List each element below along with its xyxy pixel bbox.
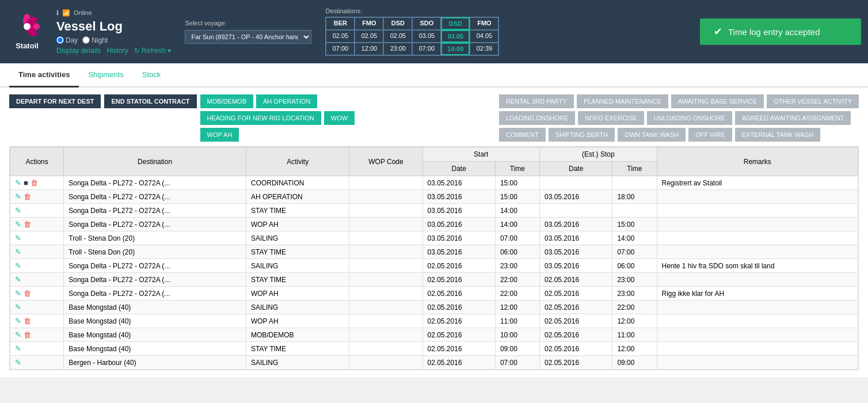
edit-icon[interactable]: ✎ xyxy=(15,220,21,229)
cell-start-date-7: 02.05.2016 xyxy=(422,273,495,287)
cell-start-date-9: 02.05.2016 xyxy=(422,301,495,314)
cell-destination-13: Bergen - Harbour (40) xyxy=(64,356,246,370)
cell-activity-0: COORDINATION xyxy=(246,176,349,190)
col-start-date: Date xyxy=(422,162,495,176)
nofo-exercise-button[interactable]: NOFO EXERCISE xyxy=(578,111,644,125)
tab-stock[interactable]: Stock xyxy=(133,63,170,88)
tab-time-activities[interactable]: Time activities xyxy=(9,63,79,88)
night-radio[interactable] xyxy=(82,36,90,44)
tab-shipments[interactable]: Shipments xyxy=(79,63,132,88)
statoil-logo-icon xyxy=(14,14,40,39)
cell-stop-time-6: 06:00 xyxy=(612,259,657,273)
agreed-awaiting-button[interactable]: AGREED AWAITING ASSIGNMENT xyxy=(735,111,851,125)
edit-icon[interactable]: ✎ xyxy=(15,261,21,270)
end-contract-button[interactable]: END STATOIL CONTRACT xyxy=(104,94,196,108)
voyage-select[interactable]: Far Sun (89271 - OP - 40 Anchor handli xyxy=(185,30,311,44)
delete-icon[interactable]: 🗑 xyxy=(24,220,31,229)
cell-stop-date-5: 03.05.2016 xyxy=(540,245,612,259)
col-stop-time: Time xyxy=(612,162,657,176)
ah-operation-button[interactable]: AH OPERATION xyxy=(256,94,317,108)
table-row: ✎Base Mongstad (40)STAY TIME02.05.201609… xyxy=(10,342,858,356)
edit-icon[interactable]: ✎ xyxy=(15,289,21,298)
edit-icon[interactable]: ✎ xyxy=(15,234,21,242)
cell-wop-10 xyxy=(349,314,422,328)
depart-button[interactable]: DEPART FOR NEXT DEST xyxy=(9,94,101,108)
heading-button[interactable]: HEADING FOR NEW RIG LOCATION xyxy=(200,111,321,125)
cell-start-date-3: 03.05.2016 xyxy=(422,218,495,231)
notification-text: Time log entry accepted xyxy=(728,27,820,37)
planned-maintenance-button[interactable]: PLANNED MAINTENANCE xyxy=(577,94,668,108)
edit-icon[interactable]: ✎ xyxy=(15,275,21,284)
history-link[interactable]: History xyxy=(106,47,128,55)
loading-onshore-button[interactable]: LOADING ONSHORE xyxy=(499,111,575,125)
cell-activity-13: SAILING xyxy=(246,356,349,370)
rental-3rd-button[interactable]: RENTAL 3RD PARTY xyxy=(499,94,574,108)
cell-remarks-10 xyxy=(657,314,858,328)
edit-icon[interactable]: ✎ xyxy=(15,303,21,311)
day-radio[interactable] xyxy=(56,36,64,44)
night-radio-label[interactable]: Night xyxy=(82,36,108,44)
edit-icon[interactable]: ✎ xyxy=(15,344,21,353)
delete-icon[interactable]: 🗑 xyxy=(24,192,31,201)
cell-actions-13: ✎ xyxy=(10,356,64,370)
edit-icon[interactable]: ✎ xyxy=(15,330,21,339)
other-vessel-button[interactable]: OTHER VESSEL ACTIVITY xyxy=(767,94,859,108)
cell-start-date-1: 03.05.2016 xyxy=(422,190,495,204)
mob-demob-button[interactable]: MOB/DEMOB xyxy=(200,94,253,108)
unloading-onshore-button[interactable]: UNLOADING ONSHORE xyxy=(647,111,732,125)
tabs-bar: Time activities Shipments Stock xyxy=(0,63,868,88)
own-tank-wash-button[interactable]: OWN TANK WASH xyxy=(618,128,686,142)
cell-start-date-10: 02.05.2016 xyxy=(422,314,495,328)
cell-destination-1: Songa Delta - PL272 - O272A (... xyxy=(64,190,246,204)
edit-icon[interactable]: ✎ xyxy=(15,317,21,325)
cell-actions-1: ✎🗑 xyxy=(10,190,64,204)
cell-activity-8: WOP AH xyxy=(246,287,349,301)
off-hire-button[interactable]: OFF HIRE xyxy=(688,128,732,142)
cell-remarks-6: Hente 1 hiv fra SDO som skal til land xyxy=(657,259,858,273)
awaiting-base-button[interactable]: AWAITING BASE SERVICE xyxy=(671,94,764,108)
external-tank-wash-button[interactable]: EXTERNAL TANK WASH xyxy=(735,128,821,142)
cell-remarks-13 xyxy=(657,356,858,370)
day-night-toggle[interactable]: Day Night xyxy=(56,36,171,44)
voyage-section: Select voyage: Far Sun (89271 - OP - 40 … xyxy=(185,20,311,44)
cell-wop-12 xyxy=(349,342,422,356)
save-icon[interactable]: ■ xyxy=(24,178,28,187)
delete-icon[interactable]: 🗑 xyxy=(24,317,31,325)
night-label: Night xyxy=(92,36,108,44)
cell-destination-5: Troll - Stena Don (20) xyxy=(64,245,246,259)
comment-button[interactable]: COMMENT xyxy=(499,128,546,142)
dest-time-5: 02:39 xyxy=(470,43,498,55)
delete-icon[interactable]: 🗑 xyxy=(31,178,38,187)
refresh-link[interactable]: ↻ Refresh ▾ xyxy=(134,47,172,55)
cell-start-date-0: 03.05.2016 xyxy=(422,176,495,190)
edit-icon[interactable]: ✎ xyxy=(15,248,21,256)
table-row: ✎Troll - Stena Don (20)STAY TIME03.05.20… xyxy=(10,245,858,259)
day-radio-label[interactable]: Day xyxy=(56,36,78,44)
voyage-label: Select voyage: xyxy=(185,20,311,26)
shifting-berth-button[interactable]: SHIFTING BERTH xyxy=(549,128,615,142)
signal-icon: 📶 xyxy=(62,9,70,17)
logo-text: Statoil xyxy=(16,41,39,50)
wow-button[interactable]: WOW xyxy=(324,111,355,125)
delete-icon[interactable]: 🗑 xyxy=(24,289,31,298)
dest-header-0: BER xyxy=(326,17,355,30)
table-row: ✎Base Mongstad (40)SAILING02.05.201612:0… xyxy=(10,301,858,314)
cell-stop-date-13: 02.05.2016 xyxy=(540,356,612,370)
cell-activity-12: STAY TIME xyxy=(246,342,349,356)
display-details-link[interactable]: Display details xyxy=(56,47,101,55)
table-row: ✎Bergen - Harbour (40)SAILING02.05.20160… xyxy=(10,356,858,370)
edit-icon[interactable]: ✎ xyxy=(15,178,21,187)
cell-destination-4: Troll - Stena Don (20) xyxy=(64,231,246,245)
wop-ah-button[interactable]: WOP AH xyxy=(200,128,239,142)
edit-icon[interactable]: ✎ xyxy=(15,192,21,201)
edit-icon[interactable]: ✎ xyxy=(15,358,21,367)
edit-icon[interactable]: ✎ xyxy=(15,206,21,215)
delete-icon[interactable]: 🗑 xyxy=(24,330,31,339)
cell-stop-time-4: 14:00 xyxy=(612,231,657,245)
cell-start-date-11: 02.05.2016 xyxy=(422,328,495,342)
cell-wop-4 xyxy=(349,231,422,245)
cell-stop-date-9: 02.05.2016 xyxy=(540,301,612,314)
cell-activity-2: STAY TIME xyxy=(246,204,349,218)
cell-stop-date-1: 03.05.2016 xyxy=(540,190,612,204)
cell-start-date-8: 02.05.2016 xyxy=(422,287,495,301)
